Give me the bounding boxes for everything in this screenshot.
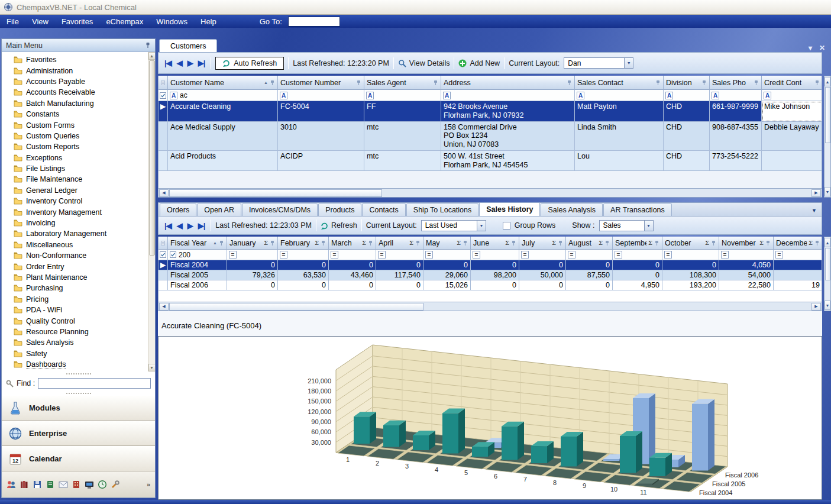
cell-sales-contact[interactable]: Matt Payton bbox=[575, 101, 664, 122]
cell-sales-agent[interactable]: FF bbox=[364, 101, 441, 122]
cell-august[interactable]: 0 bbox=[566, 260, 613, 270]
sidebar-item-inventory-control[interactable]: Inventory Control bbox=[2, 196, 155, 206]
cell-november[interactable]: 54,000 bbox=[719, 270, 774, 280]
prev-record-icon[interactable]: ◀ bbox=[177, 59, 182, 67]
scroll-up-icon[interactable]: ▲ bbox=[824, 238, 830, 247]
pin-icon[interactable] bbox=[655, 80, 661, 86]
cell-september[interactable]: 0 bbox=[613, 260, 662, 270]
cell-december[interactable] bbox=[774, 270, 822, 280]
column-header-december[interactable]: DecemberΣ bbox=[774, 237, 822, 250]
filter-cell-february[interactable]: = bbox=[278, 250, 329, 260]
sidebar-item-accounts-receivable[interactable]: Accounts Receivable bbox=[2, 87, 155, 98]
refresh-button[interactable]: Refresh bbox=[321, 221, 357, 230]
filter-type-a-icon[interactable]: A bbox=[280, 92, 287, 99]
column-header-sales-contact[interactable]: Sales Contact bbox=[575, 76, 664, 90]
configure-buttons-chevron[interactable]: » bbox=[147, 481, 150, 488]
column-header-march[interactable]: MarchΣ bbox=[329, 237, 376, 250]
column-header-january[interactable]: JanuaryΣ bbox=[227, 237, 278, 250]
filter-check-icon[interactable] bbox=[160, 92, 166, 99]
pin-icon[interactable] bbox=[368, 240, 373, 246]
cell-october[interactable]: 0 bbox=[662, 260, 719, 270]
cell-february[interactable]: 0 bbox=[278, 260, 329, 270]
filter-type-a-icon[interactable]: A bbox=[443, 92, 451, 99]
sum-icon[interactable]: Σ bbox=[599, 240, 603, 246]
sidebar-item-general-ledger[interactable]: General Ledger bbox=[2, 185, 155, 196]
filter-corner-cell[interactable] bbox=[159, 250, 168, 260]
customers-hscrollbar[interactable]: ◀ ▶ bbox=[158, 188, 822, 198]
splitter-grip[interactable] bbox=[66, 373, 91, 374]
pin-icon[interactable] bbox=[433, 80, 438, 86]
cell-july[interactable]: 0 bbox=[519, 260, 566, 270]
column-header-november[interactable]: NovemberΣ bbox=[719, 237, 774, 250]
sum-icon[interactable]: Σ bbox=[362, 240, 366, 246]
goto-input[interactable] bbox=[288, 17, 340, 27]
cell-march[interactable]: 43,460 bbox=[329, 270, 376, 280]
cell-sales-agent[interactable]: mtc bbox=[364, 151, 441, 172]
scroll-up-icon[interactable]: ▲ bbox=[824, 77, 830, 86]
filter-cell-november[interactable]: = bbox=[719, 250, 774, 260]
cell-april[interactable]: 117,540 bbox=[376, 270, 423, 280]
customers-vscroll-thumb[interactable] bbox=[825, 87, 830, 143]
pin-icon[interactable] bbox=[711, 240, 716, 246]
filter-cell-sales-contact[interactable]: A bbox=[575, 90, 664, 101]
sidebar-item-resource-planning[interactable]: Resource Planning bbox=[2, 327, 155, 337]
sidebar-item-dashboards[interactable]: Dashboards bbox=[2, 359, 155, 370]
cell-sales-contact[interactable]: Lou bbox=[575, 151, 664, 172]
filter-cell-fiscal-year[interactable]: 200 bbox=[168, 250, 227, 260]
sidebar-item-order-entry[interactable]: Order Entry bbox=[2, 261, 155, 272]
cell-september[interactable]: 0 bbox=[613, 270, 662, 280]
cell-october[interactable]: 193,200 bbox=[662, 280, 719, 290]
scroll-up-icon[interactable]: ▲ bbox=[148, 52, 156, 60]
pin-icon[interactable] bbox=[654, 240, 659, 246]
sum-icon[interactable]: Σ bbox=[457, 240, 461, 246]
cell-july[interactable]: 50,000 bbox=[519, 270, 566, 280]
cell-customer-number[interactable]: 3010 bbox=[278, 122, 364, 151]
sales-vscroll-thumb[interactable] bbox=[825, 248, 830, 280]
sidebar-item-batch-manufacturing[interactable]: Batch Manufacturing bbox=[2, 98, 155, 109]
filter-cell-july[interactable]: = bbox=[519, 250, 566, 260]
sidebar-item-administration[interactable]: Administration bbox=[2, 65, 155, 76]
filter-cell-customer-number[interactable]: A bbox=[278, 90, 364, 101]
cell-february[interactable]: 0 bbox=[278, 280, 329, 290]
filter-type-a-icon[interactable]: A bbox=[764, 92, 771, 99]
menu-item-favorites[interactable]: Favorites bbox=[55, 16, 99, 27]
tab-scroll-down-icon[interactable]: ▾ bbox=[809, 44, 812, 52]
pin-icon[interactable] bbox=[814, 240, 820, 246]
cell-sales-agent[interactable]: mtc bbox=[364, 122, 441, 151]
sales-row-fiscal-2006[interactable]: Fiscal 2006000015,0260004,950193,20022,5… bbox=[159, 280, 822, 290]
filter-type-eq-icon[interactable]: = bbox=[378, 251, 386, 259]
show-combobox[interactable]: Sales ▼ bbox=[599, 220, 654, 231]
sidebar-item-inventory-management[interactable]: Inventory Management bbox=[2, 206, 155, 217]
pin-icon[interactable] bbox=[321, 240, 326, 246]
sum-icon[interactable]: Σ bbox=[648, 240, 652, 246]
modules-button[interactable]: Modules bbox=[2, 395, 155, 421]
sidebar-item-pda-wifi[interactable]: PDA - WiFi bbox=[2, 305, 155, 315]
tree-scrollbar[interactable]: ▲ ▼ bbox=[148, 52, 155, 371]
enterprise-button[interactable]: Enterprise bbox=[2, 421, 155, 446]
grid-corner-cell[interactable] bbox=[159, 237, 168, 250]
filter-cell-sales-agent[interactable]: A bbox=[364, 90, 441, 101]
tab-sales-history[interactable]: Sales History bbox=[479, 202, 540, 216]
cell-address[interactable]: 942 Brooks Avenue Florham Park, NJ 07932 bbox=[441, 101, 575, 122]
sidebar-item-constants[interactable]: Constants bbox=[2, 109, 155, 119]
sidebar-item-custom-queries[interactable]: Custom Queries bbox=[2, 131, 155, 141]
tab-invoices-cms-dms[interactable]: Invoices/CMs/DMs bbox=[242, 203, 318, 216]
filter-cell-address[interactable]: A bbox=[441, 90, 575, 101]
last-record-icon[interactable]: ▶| bbox=[198, 59, 205, 67]
cell-sales-pho[interactable]: 908-687-4355 bbox=[710, 122, 762, 151]
cell-august[interactable]: 0 bbox=[566, 280, 613, 290]
sidebar-item-laboratory-management[interactable]: Laboratory Management bbox=[2, 228, 155, 239]
sidebar-item-pricing[interactable]: Pricing bbox=[2, 294, 155, 305]
column-header-august[interactable]: AugustΣ bbox=[566, 237, 613, 250]
tools-icon[interactable] bbox=[111, 480, 120, 489]
cell-june[interactable]: 0 bbox=[471, 260, 519, 270]
cell-address[interactable]: 500 W. 41st Street Florham Park, NJ 4545… bbox=[441, 151, 575, 172]
menu-item-echempax[interactable]: eChempax bbox=[99, 16, 150, 27]
layout-combobox[interactable]: Last Used ▼ bbox=[421, 220, 486, 231]
cell-sales-pho[interactable]: 773-254-5222 bbox=[710, 151, 762, 172]
sales-row-fiscal-2005[interactable]: Fiscal 200579,32663,53043,460117,54029,0… bbox=[159, 270, 822, 280]
filter-cell-june[interactable]: = bbox=[471, 250, 519, 260]
filter-type-eq-icon[interactable]: = bbox=[721, 251, 729, 259]
customer-row-ace-medical-supply[interactable]: Ace Medical Supply3010mtc158 Commercial … bbox=[159, 122, 822, 151]
clock-icon[interactable] bbox=[98, 480, 107, 489]
